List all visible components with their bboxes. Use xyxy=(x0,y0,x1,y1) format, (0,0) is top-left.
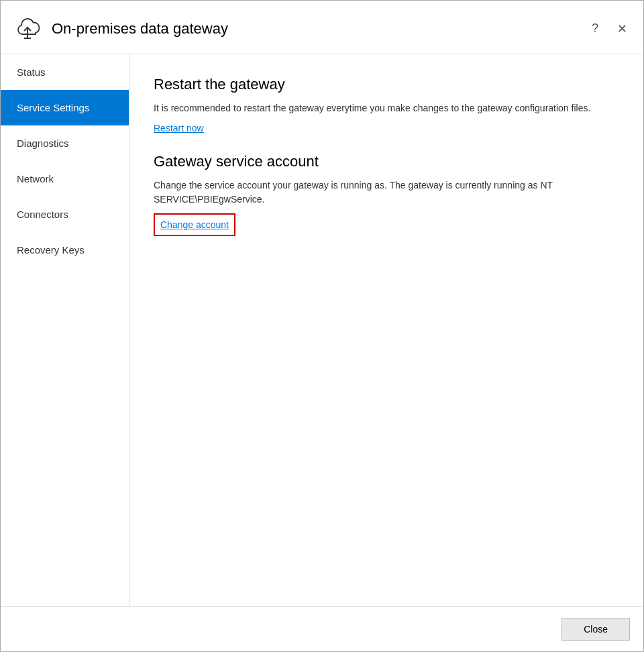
cloud-upload-icon xyxy=(11,13,44,45)
sidebar-item-connectors[interactable]: Connectors xyxy=(1,197,129,232)
restart-section: Restart the gateway It is recommended to… xyxy=(154,76,619,134)
title-bar-controls: ? ✕ xyxy=(586,19,633,39)
sidebar-item-recovery-keys[interactable]: Recovery Keys xyxy=(1,232,129,268)
close-button[interactable]: Close xyxy=(561,618,630,641)
change-account-link[interactable]: Change account xyxy=(160,219,229,230)
change-account-box: Change account xyxy=(154,213,235,236)
app-title: On-premises data gateway xyxy=(52,20,228,38)
sidebar-item-status[interactable]: Status xyxy=(1,54,129,90)
restart-description: It is recommended to restart the gateway… xyxy=(154,101,619,115)
help-button[interactable]: ? xyxy=(586,19,604,38)
app-window: On-premises data gateway ? ✕ Status Serv… xyxy=(0,0,644,652)
restart-now-link[interactable]: Restart now xyxy=(154,123,204,133)
footer: Close xyxy=(1,606,643,651)
restart-title: Restart the gateway xyxy=(154,76,619,93)
sidebar: Status Service Settings Diagnostics Netw… xyxy=(1,54,129,606)
close-window-button[interactable]: ✕ xyxy=(612,19,633,39)
service-account-section: Gateway service account Change the servi… xyxy=(154,153,619,236)
service-account-title: Gateway service account xyxy=(154,153,619,170)
title-bar-left: On-premises data gateway xyxy=(11,13,586,45)
sidebar-item-network[interactable]: Network xyxy=(1,161,129,197)
service-account-description: Change the service account your gateway … xyxy=(154,178,619,207)
sidebar-item-diagnostics[interactable]: Diagnostics xyxy=(1,125,129,161)
body-area: Status Service Settings Diagnostics Netw… xyxy=(1,54,643,606)
main-content: Restart the gateway It is recommended to… xyxy=(129,54,643,606)
title-bar: On-premises data gateway ? ✕ xyxy=(1,1,643,54)
sidebar-item-service-settings[interactable]: Service Settings xyxy=(1,90,129,125)
